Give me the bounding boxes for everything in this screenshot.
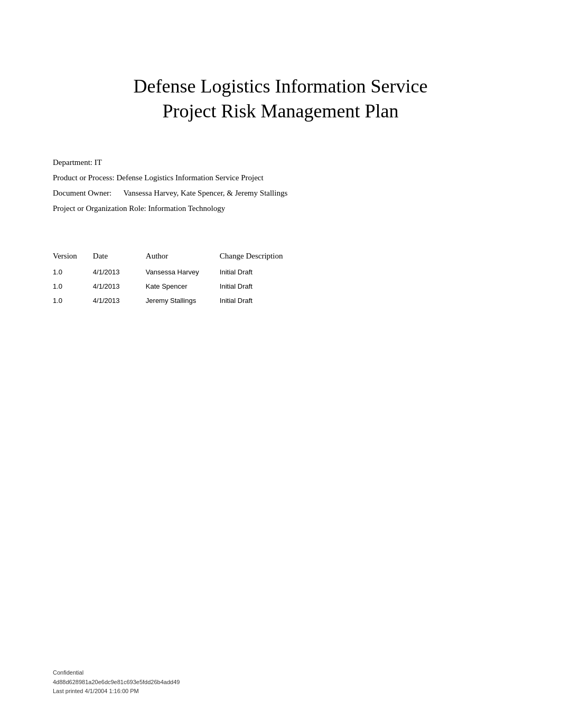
- department-value: IT: [95, 158, 102, 167]
- owner-line: Document Owner: Vansessa Harvey, Kate Sp…: [53, 186, 508, 200]
- cell-date: 4/1/2013: [93, 279, 146, 293]
- title-line2: Project Risk Management Plan: [163, 100, 399, 122]
- product-value: Defense Logistics Information Service Pr…: [116, 173, 263, 182]
- department-label: Department:: [53, 158, 92, 167]
- title-section: Defense Logistics Information Service Pr…: [53, 74, 508, 124]
- role-line: Project or Organization Role: Informatio…: [53, 201, 508, 216]
- cell-date: 4/1/2013: [93, 293, 146, 308]
- footer-hash: 4d88d628981a20e6dc9e81c693e5fdd26b4add49: [53, 678, 180, 687]
- footer-confidential: Confidential: [53, 668, 180, 678]
- footer-printed: Last printed 4/1/2004 1:16:00 PM: [53, 687, 180, 696]
- owner-value: Vansessa Harvey, Kate Spencer, & Jeremy …: [123, 189, 287, 197]
- footer-section: Confidential 4d88d628981a20e6dc9e81c693e…: [53, 668, 180, 696]
- role-label: Project or Organization Role:: [53, 204, 146, 213]
- title-line1: Defense Logistics Information Service: [134, 76, 428, 97]
- product-label: Product or Process:: [53, 173, 115, 182]
- cell-version: 1.0: [53, 265, 93, 279]
- department-line: Department: IT: [53, 155, 508, 170]
- cell-author: Kate Spencer: [146, 279, 220, 293]
- table-header-row: Version Date Author Change Description: [53, 247, 325, 265]
- cell-version: 1.0: [53, 293, 93, 308]
- table-row: 1.04/1/2013Vansessa HarveyInitial Draft: [53, 265, 325, 279]
- version-table-section: Version Date Author Change Description 1…: [53, 247, 508, 308]
- table-row: 1.04/1/2013Kate SpencerInitial Draft: [53, 279, 325, 293]
- version-table: Version Date Author Change Description 1…: [53, 247, 325, 308]
- cell-version: 1.0: [53, 279, 93, 293]
- meta-section: Department: IT Product or Process: Defen…: [53, 155, 508, 216]
- cell-change: Initial Draft: [220, 293, 325, 308]
- main-title: Defense Logistics Information Service Pr…: [53, 74, 508, 124]
- owner-label: Document Owner:: [53, 189, 111, 197]
- header-version: Version: [53, 247, 93, 265]
- cell-author: Vansessa Harvey: [146, 265, 220, 279]
- cell-change: Initial Draft: [220, 279, 325, 293]
- header-author: Author: [146, 247, 220, 265]
- page: Defense Logistics Information Service Pr…: [0, 0, 561, 728]
- cell-date: 4/1/2013: [93, 265, 146, 279]
- role-value: Information Technology: [148, 204, 226, 213]
- table-row: 1.04/1/2013Jeremy StallingsInitial Draft: [53, 293, 325, 308]
- cell-change: Initial Draft: [220, 265, 325, 279]
- cell-author: Jeremy Stallings: [146, 293, 220, 308]
- header-date: Date: [93, 247, 146, 265]
- product-line: Product or Process: Defense Logistics In…: [53, 171, 508, 185]
- header-change: Change Description: [220, 247, 325, 265]
